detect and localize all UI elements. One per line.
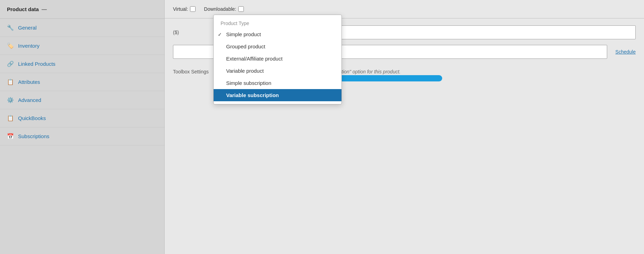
dropdown-header: Product Type [214, 18, 341, 28]
sidebar: Product data — 🔧 General 🏷️ Inventory 🔗 … [0, 0, 165, 254]
dropdown-item-label: Variable product [226, 68, 264, 74]
sidebar-item-linked-products[interactable]: 🔗 Linked Products [0, 55, 164, 73]
sidebar-subscriptions-label: Subscriptions [18, 133, 49, 139]
quickbooks-icon: 📋 [7, 115, 14, 121]
sidebar-item-general[interactable]: 🔧 General [0, 19, 164, 37]
virtual-checkbox[interactable] [190, 6, 196, 12]
dropdown-item-simple-product[interactable]: ✓ Simple product [214, 28, 341, 40]
arrow-annotation [335, 68, 446, 90]
product-data-label: Product data [7, 6, 39, 12]
list-icon: 📋 [7, 79, 14, 85]
gear-icon: ⚙️ [7, 97, 14, 103]
sidebar-attributes-label: Attributes [18, 79, 40, 85]
virtual-label: Virtual: [173, 6, 188, 12]
dropdown-item-label: External/Affiliate product [226, 56, 282, 62]
checkmark-icon: ✓ [218, 32, 222, 37]
sidebar-advanced-label: Advanced [18, 97, 41, 103]
sidebar-linked-label: Linked Products [18, 61, 56, 67]
sidebar-item-advanced[interactable]: ⚙️ Advanced [0, 91, 164, 109]
dropdown-item-variable-product[interactable]: Variable product [214, 65, 341, 77]
sidebar-item-inventory[interactable]: 🏷️ Inventory [0, 37, 164, 55]
dropdown-item-variable-subscription[interactable]: Variable subscription [214, 89, 341, 101]
sidebar-inventory-label: Inventory [18, 43, 40, 49]
downloadable-group: Downloadable: [204, 6, 244, 12]
sidebar-item-quickbooks[interactable]: 📋 QuickBooks [0, 109, 164, 127]
downloadable-checkbox[interactable] [238, 6, 244, 12]
dropdown-item-label: Grouped product [226, 43, 265, 49]
dropdown-item-simple-subscription[interactable]: Simple subscription [214, 77, 341, 89]
dropdown-item-grouped-product[interactable]: Grouped product [214, 40, 341, 53]
dropdown-item-label: Variable subscription [226, 92, 279, 98]
sidebar-general-label: General [18, 25, 36, 31]
product-data-header: Product data — [0, 0, 164, 19]
dropdown-item-external-affiliate[interactable]: External/Affiliate product [214, 53, 341, 65]
content-area: Virtual: Downloadable: ($) Schedule Too [165, 0, 644, 254]
virtual-downloadable-group: Virtual: Downloadable: [173, 6, 244, 12]
dropdown-item-label: Simple subscription [226, 80, 271, 86]
main-container: Product data — 🔧 General 🏷️ Inventory 🔗 … [0, 0, 644, 254]
dropdown-item-label: Simple product [226, 31, 261, 37]
schedule-link[interactable]: Schedule [616, 49, 636, 55]
tag-icon: 🏷️ [7, 42, 14, 49]
virtual-group: Virtual: [173, 6, 196, 12]
product-type-dropdown: Product Type ✓ Simple product Grouped pr… [213, 15, 342, 104]
calendar-icon: 📅 [7, 133, 14, 140]
wrench-icon: 🔧 [7, 24, 14, 31]
sidebar-quickbooks-label: QuickBooks [18, 115, 46, 121]
product-data-dash: — [42, 6, 47, 12]
downloadable-label: Downloadable: [204, 6, 236, 12]
sidebar-item-subscriptions[interactable]: 📅 Subscriptions [0, 127, 164, 145]
sidebar-item-attributes[interactable]: 📋 Attributes [0, 73, 164, 91]
link-icon: 🔗 [7, 61, 14, 67]
